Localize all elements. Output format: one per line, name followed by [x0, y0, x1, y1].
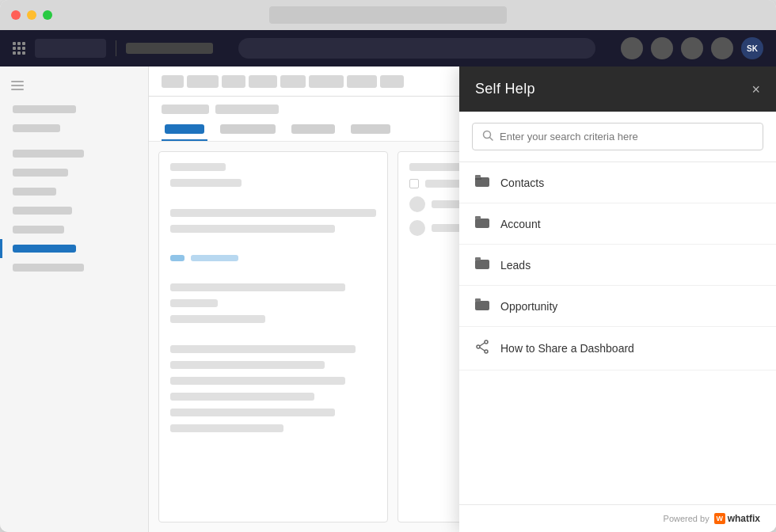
content-bar [170, 225, 335, 233]
content-row [170, 255, 376, 261]
badge [170, 255, 184, 261]
content-bar [170, 163, 226, 171]
svg-line-14 [480, 343, 485, 346]
svg-rect-4 [475, 175, 481, 178]
sub-nav-tab-7[interactable] [380, 75, 404, 88]
svg-rect-6 [475, 216, 481, 219]
tab-3[interactable] [348, 119, 394, 141]
powered-by-text: Powered by [664, 514, 709, 523]
sidebar-item-2[interactable] [0, 144, 148, 163]
self-help-footer: Powered by W whatfix [459, 504, 776, 532]
whatfix-brand-text: whatfix [728, 513, 760, 524]
sidebar-item-7[interactable] [0, 239, 148, 258]
nav-icon-2[interactable] [651, 37, 673, 59]
list-item-opportunity-label: Opportunity [500, 300, 557, 313]
avatar [409, 196, 425, 212]
self-help-panel: Self Help × [459, 66, 776, 532]
self-help-header: Self Help × [459, 66, 776, 112]
grid-icon[interactable] [13, 42, 25, 55]
search-input[interactable] [500, 131, 753, 142]
content-bar [170, 345, 356, 353]
nav-avatar[interactable]: SK [741, 37, 763, 59]
hamburger-icon[interactable] [0, 76, 148, 100]
nav-label [126, 43, 213, 54]
nav-icon-1[interactable] [621, 37, 643, 59]
breadcrumb-part-2 [215, 104, 279, 114]
app-body: SK [0, 30, 776, 532]
svg-rect-8 [475, 257, 481, 260]
tab-0[interactable] [162, 119, 207, 141]
nav-icon-3[interactable] [681, 37, 703, 59]
search-wrapper[interactable] [472, 123, 763, 150]
self-help-list: Contacts Account [459, 162, 776, 504]
svg-rect-9 [475, 301, 489, 310]
svg-line-1 [490, 138, 493, 141]
svg-point-13 [477, 345, 480, 348]
self-help-close-button[interactable]: × [751, 82, 760, 97]
list-item-leads[interactable]: Leads [459, 245, 776, 286]
content-bar [170, 377, 345, 385]
svg-rect-7 [475, 260, 489, 269]
sidebar-item-6[interactable] [0, 220, 148, 239]
content-bar [170, 179, 242, 187]
sidebar-item-5[interactable] [0, 201, 148, 220]
sub-nav-tab-6[interactable] [347, 75, 377, 88]
list-item-dashboard[interactable]: How to Share a Dashboard [459, 327, 776, 370]
sidebar-item-3[interactable] [0, 163, 148, 182]
sub-nav-tab-3[interactable] [249, 75, 277, 88]
list-item-contacts-label: Contacts [500, 177, 544, 189]
content-bar [170, 408, 335, 416]
sidebar-item-1[interactable] [0, 119, 148, 138]
svg-point-12 [485, 350, 488, 353]
content-bar [170, 209, 376, 217]
list-item-dashboard-label: How to Share a Dashboard [500, 342, 634, 355]
tab-1[interactable] [217, 119, 279, 141]
close-button[interactable] [11, 10, 21, 20]
nav-search-bar[interactable] [238, 38, 595, 59]
sidebar-item-4[interactable] [0, 182, 148, 201]
sidebar-item-0[interactable] [0, 100, 148, 119]
folder-icon [475, 298, 489, 314]
title-bar [0, 0, 776, 30]
sub-nav-tab-5[interactable] [309, 75, 344, 88]
list-item-account-label: Account [500, 218, 541, 230]
tab-2[interactable] [288, 119, 338, 141]
nav-search-pill [35, 39, 106, 58]
self-help-search [459, 112, 776, 162]
svg-rect-5 [475, 218, 489, 228]
sidebar-item-8[interactable] [0, 258, 148, 277]
list-item-account[interactable]: Account [459, 203, 776, 245]
nav-icons: SK [621, 37, 763, 59]
content-bar [170, 283, 345, 291]
avatar [409, 220, 425, 236]
nav-divider [116, 40, 116, 56]
list-item-opportunity[interactable]: Opportunity [459, 286, 776, 327]
svg-line-15 [480, 348, 485, 351]
folder-icon [475, 216, 489, 231]
sub-nav-tab-0[interactable] [162, 75, 184, 88]
search-icon [482, 130, 493, 143]
share-icon [475, 340, 489, 357]
left-panel [158, 151, 388, 522]
nav-icon-4[interactable] [711, 37, 733, 59]
sub-nav-tab-1[interactable] [187, 75, 219, 88]
content-bar [191, 255, 238, 261]
sidebar [0, 66, 149, 532]
sub-nav-tab-4[interactable] [280, 75, 306, 88]
content-bar [170, 315, 265, 323]
svg-rect-10 [475, 298, 481, 302]
address-bar[interactable] [269, 6, 507, 24]
whatfix-logo: W whatfix [714, 513, 760, 524]
list-item-contacts[interactable]: Contacts [459, 162, 776, 203]
fullscreen-button[interactable] [43, 10, 52, 20]
sub-nav-tab-2[interactable] [222, 75, 245, 88]
folder-icon [475, 257, 489, 272]
svg-point-11 [485, 340, 488, 344]
list-item-leads-label: Leads [500, 259, 531, 272]
content-area: ⋯ [149, 66, 776, 532]
main-area: ⋯ [0, 66, 776, 532]
minimize-button[interactable] [27, 10, 36, 20]
self-help-title: Self Help [475, 81, 535, 97]
checkbox[interactable] [409, 179, 419, 188]
content-bar [170, 361, 325, 369]
